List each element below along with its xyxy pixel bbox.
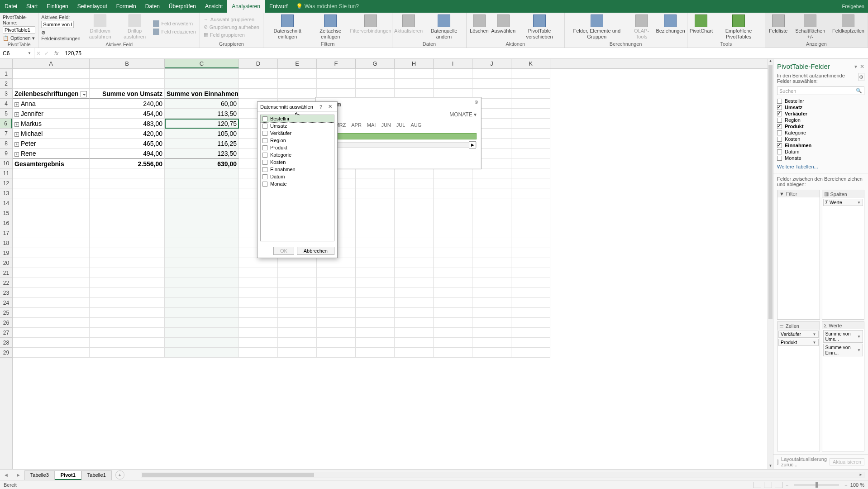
column-header[interactable]: J xyxy=(472,59,511,68)
cell[interactable] xyxy=(317,69,356,79)
pivot-field-item[interactable]: Verkäufer xyxy=(777,110,864,117)
pivot-field-item[interactable]: Produkt xyxy=(777,123,864,129)
cell[interactable] xyxy=(395,348,434,358)
pane-close-icon[interactable]: ✕ xyxy=(860,63,864,70)
cell[interactable] xyxy=(13,228,90,238)
checkbox[interactable] xyxy=(777,137,782,142)
cell[interactable] xyxy=(511,168,550,178)
cell[interactable] xyxy=(13,338,90,348)
timeline-selection-bar[interactable] xyxy=(320,133,477,139)
dialog-ok-button[interactable]: OK xyxy=(273,247,294,255)
sheet-nav-prev[interactable]: ◄ xyxy=(0,472,12,478)
cell[interactable] xyxy=(511,338,550,348)
scroll-down-arrow[interactable]: ▼ xyxy=(768,464,773,469)
cell[interactable]: 120,75 xyxy=(165,119,239,129)
cell[interactable] xyxy=(13,168,90,178)
column-header[interactable]: H xyxy=(395,59,434,68)
column-header[interactable]: D xyxy=(239,59,278,68)
cell[interactable] xyxy=(278,278,317,288)
cell[interactable] xyxy=(13,348,90,358)
row-header[interactable]: 3 xyxy=(0,89,12,99)
slicer-field-item[interactable]: Kosten xyxy=(261,158,334,166)
cell[interactable] xyxy=(356,318,395,328)
checkbox[interactable] xyxy=(262,160,267,165)
cell[interactable] xyxy=(395,238,434,248)
checkbox[interactable] xyxy=(262,131,267,136)
cell[interactable] xyxy=(434,278,472,288)
row-header[interactable]: 26 xyxy=(0,318,12,328)
cell[interactable] xyxy=(356,298,395,308)
cell[interactable] xyxy=(434,338,472,348)
cell[interactable] xyxy=(165,248,239,258)
cell[interactable] xyxy=(278,338,317,348)
cell[interactable] xyxy=(239,328,278,338)
cell[interactable] xyxy=(472,318,511,328)
checkbox[interactable] xyxy=(262,138,267,143)
checkbox[interactable] xyxy=(262,145,267,150)
formula-input[interactable]: 120,75 xyxy=(62,50,868,57)
cell[interactable] xyxy=(395,178,434,188)
cell[interactable] xyxy=(278,268,317,278)
cell[interactable] xyxy=(13,308,90,318)
pivot-field-item[interactable]: Datum xyxy=(777,149,864,155)
cell[interactable] xyxy=(90,228,165,238)
cell[interactable] xyxy=(395,208,434,218)
cell[interactable] xyxy=(356,328,395,338)
cell[interactable] xyxy=(90,198,165,208)
row-header[interactable]: 8 xyxy=(0,139,12,149)
pivottable-options-button[interactable]: 📋 Optionen ▾ xyxy=(3,35,35,41)
cell[interactable] xyxy=(317,318,356,328)
view-pagelayout-button[interactable] xyxy=(764,482,772,488)
ribbon-tab-einfügen[interactable]: Einfügen xyxy=(42,0,72,13)
cell[interactable] xyxy=(472,69,511,79)
column-header[interactable]: I xyxy=(434,59,472,68)
field-settings-button[interactable]: ⚙ Feldeinstellungen xyxy=(41,30,80,41)
cell[interactable]: 116,25 xyxy=(165,139,239,149)
pivot-field-item[interactable]: Monate xyxy=(777,155,864,161)
cell[interactable] xyxy=(511,158,550,168)
cell[interactable] xyxy=(239,318,278,328)
cell[interactable] xyxy=(165,258,239,268)
area-filter[interactable]: ▼Filter xyxy=(777,190,820,320)
ribbon-tab-ansicht[interactable]: Ansicht xyxy=(200,0,227,13)
cell[interactable] xyxy=(90,248,165,258)
cell[interactable] xyxy=(511,69,550,79)
cell[interactable] xyxy=(472,308,511,318)
cell[interactable]: +Markus xyxy=(13,119,90,129)
cell[interactable] xyxy=(434,258,472,268)
sheet-tab[interactable]: Pivot1 xyxy=(55,470,81,480)
cell[interactable] xyxy=(317,79,356,89)
cell[interactable] xyxy=(317,298,356,308)
pivot-field-item[interactable]: Bestellnr xyxy=(777,98,864,104)
cell[interactable] xyxy=(472,198,511,208)
row-header[interactable]: 10 xyxy=(0,158,12,168)
cell[interactable] xyxy=(356,268,395,278)
cell[interactable] xyxy=(239,89,278,99)
checkbox[interactable] xyxy=(262,167,267,172)
cell[interactable] xyxy=(90,218,165,228)
column-header[interactable]: A xyxy=(13,59,90,68)
cell[interactable] xyxy=(511,139,550,149)
dialog-close-button[interactable]: ✕ xyxy=(325,104,334,110)
cell[interactable] xyxy=(278,328,317,338)
cell[interactable] xyxy=(356,168,395,178)
row-header[interactable]: 24 xyxy=(0,298,12,308)
cell[interactable] xyxy=(472,258,511,268)
cell[interactable] xyxy=(317,278,356,288)
slicer-field-list[interactable]: BestellnrUmsatzVerkäuferRegionProduktKat… xyxy=(260,115,334,241)
zoom-slider[interactable] xyxy=(794,484,839,486)
pivot-field-item[interactable]: Kategorie xyxy=(777,129,864,136)
row-header[interactable]: 20 xyxy=(0,258,12,268)
row-header[interactable]: 9 xyxy=(0,149,12,158)
area-field-item[interactable]: Σ Werte▼ xyxy=(823,199,863,206)
field-list-toggle[interactable]: Feldliste xyxy=(768,14,789,41)
row-header[interactable]: 6 xyxy=(0,119,12,129)
view-normal-button[interactable] xyxy=(753,482,761,488)
cell[interactable] xyxy=(90,348,165,358)
cell[interactable] xyxy=(511,268,550,278)
cell[interactable] xyxy=(13,208,90,218)
cell[interactable] xyxy=(472,298,511,308)
ribbon-tab-überprüfen[interactable]: Überprüfen xyxy=(164,0,200,13)
ribbon-tab-entwurf[interactable]: Entwurf xyxy=(265,0,292,13)
cell[interactable] xyxy=(13,328,90,338)
